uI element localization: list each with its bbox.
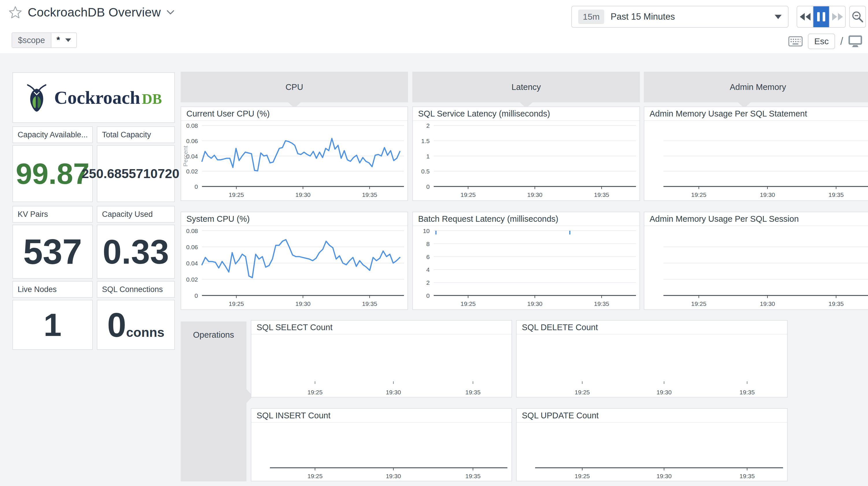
chart-title: Admin Memory Usage Per SQL Statement [644, 107, 868, 121]
time-nav-button-group [797, 6, 846, 28]
time-range-picker[interactable]: 15m Past 15 Minutes [571, 6, 788, 28]
star-icon[interactable] [9, 6, 22, 19]
svg-text:Percent: Percent [182, 146, 189, 167]
dropdown-caret-icon [775, 15, 782, 19]
svg-text:19:30: 19:30 [386, 389, 401, 396]
keyboard-icon[interactable] [788, 36, 803, 47]
svg-text:0.02: 0.02 [186, 168, 198, 175]
scope-label: $scope [12, 33, 52, 48]
group-label: Latency [512, 82, 541, 92]
tile-capacity-available: Capacity Available... 99.87 [12, 126, 93, 202]
chart-plot[interactable]: 00.020.040.060.0819:2519:3019:35Percent [181, 121, 407, 200]
svg-text:19:35: 19:35 [465, 473, 481, 479]
svg-text:2: 2 [426, 279, 430, 286]
svg-text:0.5: 0.5 [421, 168, 430, 175]
group-label: CPU [285, 82, 303, 92]
svg-text:19:30: 19:30 [656, 473, 672, 479]
svg-text:8: 8 [426, 240, 430, 247]
logo-brand-text: Cockroach [54, 87, 140, 108]
chart-plot[interactable]: 19:2519:3019:35 [251, 335, 512, 397]
svg-text:0: 0 [426, 292, 430, 299]
svg-text:19:25: 19:25 [307, 473, 323, 479]
group-header-admin-memory[interactable]: Admin Memory [644, 72, 868, 102]
top-header-bar: CockroachDB Overview 15m Past 15 Minutes… [0, 0, 868, 53]
svg-text:1.5: 1.5 [421, 138, 430, 144]
fast-forward-icon [832, 13, 837, 21]
svg-text:19:30: 19:30 [527, 191, 542, 198]
group-label: Operations [193, 330, 234, 481]
tile-title: Capacity Available... [18, 131, 88, 139]
chart-title: System CPU (%) [181, 212, 407, 226]
page-title[interactable]: CockroachDB Overview [28, 5, 161, 19]
pause-icon [817, 12, 820, 21]
monitor-icon[interactable] [848, 35, 862, 48]
chart-title: Admin Memory Usage Per SQL Session [644, 212, 868, 226]
fast-forward-button[interactable] [830, 6, 845, 27]
group-header-latency[interactable]: Latency [412, 72, 640, 102]
tile-value: 0 [107, 308, 126, 342]
pause-button[interactable] [813, 6, 830, 27]
chart-plot[interactable]: 19:2519:3019:35 [517, 423, 787, 481]
svg-text:19:35: 19:35 [465, 389, 481, 396]
esc-key: Esc [808, 33, 835, 49]
fast-forward-icon [838, 13, 843, 21]
svg-text:0: 0 [194, 292, 198, 299]
tile-title: Capacity Used [102, 210, 153, 219]
svg-text:19:25: 19:25 [575, 473, 590, 479]
tile-title: Live Nodes [18, 285, 57, 294]
tile-value: 0.33 [102, 235, 169, 269]
svg-text:0.06: 0.06 [186, 138, 198, 144]
chart-title: SQL INSERT Count [251, 409, 512, 423]
chart-card-sql-update-count: SQL UPDATE Count 19:2519:3019:35 [516, 408, 788, 481]
svg-text:19:35: 19:35 [594, 191, 610, 198]
rewind-button[interactable] [797, 6, 813, 27]
svg-text:19:30: 19:30 [760, 191, 775, 198]
chart-plot[interactable]: 19:2519:3019:35 [644, 227, 868, 309]
chart-plot[interactable]: 024681019:2519:3019:35 [413, 227, 640, 309]
chart-title: SQL SELECT Count [251, 321, 512, 335]
svg-text:19:30: 19:30 [760, 301, 775, 307]
chevron-down-icon[interactable] [166, 10, 175, 15]
svg-text:19:25: 19:25 [691, 191, 707, 198]
svg-text:0.06: 0.06 [186, 244, 198, 250]
chart-plot[interactable]: 00.511.5219:2519:3019:35 [413, 121, 640, 200]
chart-plot[interactable]: 19:2519:3019:35 [644, 121, 868, 200]
tile-capacity-used: Capacity Used 0.33 [97, 206, 175, 279]
svg-text:19:25: 19:25 [575, 389, 590, 396]
group-header-operations[interactable]: Operations [181, 321, 246, 481]
svg-text:19:30: 19:30 [295, 191, 311, 198]
tile-kv-pairs: KV Pairs 537 [12, 206, 93, 279]
chart-title: Current User CPU (%) [181, 107, 407, 121]
tile-value: 537 [23, 234, 82, 269]
svg-text:19:30: 19:30 [386, 473, 401, 479]
zoom-out-button[interactable] [849, 6, 866, 28]
time-range-label: Past 15 Minutes [611, 11, 768, 22]
tile-value: 1 [43, 309, 62, 341]
chart-card-sql-delete-count: SQL DELETE Count 19:2519:3019:35 [516, 320, 788, 398]
chart-plot[interactable]: 19:2519:3019:35 [251, 423, 512, 481]
tile-live-nodes: Live Nodes 1 [12, 281, 93, 350]
chart-plot[interactable]: 00.020.040.060.0819:2519:3019:35 [181, 227, 407, 309]
time-range-badge: 15m [578, 9, 604, 24]
chart-card-batch-request-latency: Batch Request Latency (milliseconds) 024… [412, 211, 640, 310]
dashboard-title-row: CockroachDB Overview [9, 5, 175, 19]
chart-card-sql-insert-count: SQL INSERT Count 19:2519:3019:35 [251, 408, 512, 481]
svg-text:19:35: 19:35 [829, 191, 844, 198]
chart-plot[interactable]: 19:2519:3019:35 [517, 335, 787, 397]
svg-text:0.08: 0.08 [186, 122, 198, 129]
svg-text:1: 1 [426, 153, 430, 160]
chart-title: Batch Request Latency (milliseconds) [413, 212, 640, 226]
scope-template-variable[interactable]: $scope * [11, 32, 77, 48]
chart-card-current-user-cpu: Current User CPU (%) 00.020.040.060.0819… [181, 106, 408, 201]
scope-value: * [52, 33, 76, 48]
chart-title: SQL DELETE Count [517, 321, 787, 335]
chart-title: SQL Service Latency (milliseconds) [413, 107, 640, 121]
dropdown-caret-icon [65, 38, 71, 42]
tile-value: 250.6855710720 [82, 167, 180, 180]
svg-text:19:35: 19:35 [362, 191, 377, 198]
tile-total-capacity: Total Capacity 250.6855710720GB [97, 126, 175, 202]
slash-separator: / [840, 35, 843, 48]
group-header-cpu[interactable]: CPU [181, 72, 408, 102]
svg-text:10: 10 [423, 228, 430, 234]
pause-icon [823, 12, 825, 21]
